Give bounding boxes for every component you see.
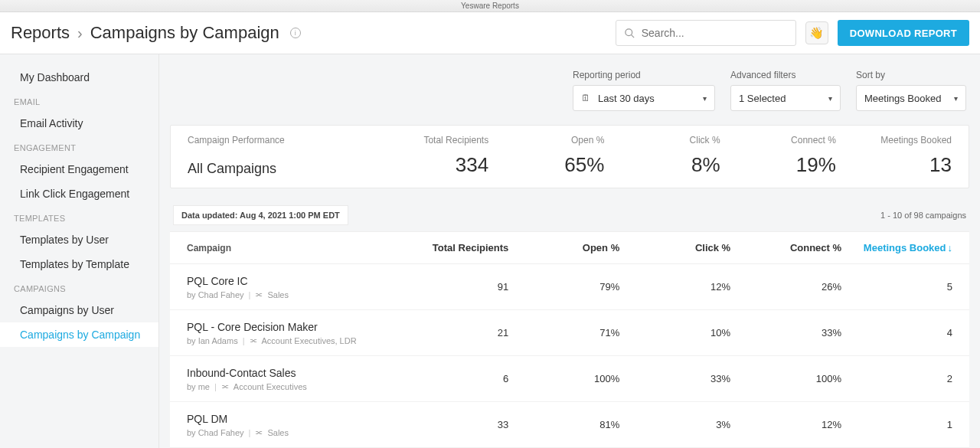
cell-connect: 100% — [730, 373, 841, 384]
col-header-meetings-booked[interactable]: Meetings Booked↓ — [841, 242, 952, 253]
col-header-open[interactable]: Open % — [508, 242, 619, 253]
summary-col-value: 334 — [373, 153, 488, 177]
main-content: Reporting period 🗓 Last 30 days ▾ Advanc… — [159, 54, 980, 448]
cell-click: 3% — [619, 419, 730, 430]
breadcrumb: Reports › Campaigns by Campaign i — [11, 23, 301, 43]
advanced-filters-select[interactable]: 1 Selected ▾ — [730, 85, 841, 111]
sidebar-item-email-activity[interactable]: Email Activity — [0, 111, 158, 136]
filter-bar: Reporting period 🗓 Last 30 days ▾ Advanc… — [170, 70, 969, 125]
campaign-byline: by me — [187, 382, 210, 391]
chevron-right-icon: › — [77, 25, 83, 42]
sidebar-section-engagement: ENGAGEMENT — [0, 136, 158, 157]
campaign-name: PQL DM — [187, 413, 397, 425]
sidebar-item-campaigns-by-campaign[interactable]: Campaigns by Campaign — [0, 322, 158, 347]
info-icon[interactable]: i — [290, 28, 301, 38]
campaign-byline: by Chad Fahey — [187, 290, 244, 299]
reporting-period-value: Last 30 days — [598, 93, 655, 104]
cell-click: 10% — [619, 327, 730, 338]
col-header-total-recipients[interactable]: Total Recipients — [397, 242, 508, 253]
col-header-click[interactable]: Click % — [619, 242, 730, 253]
cell-meetings-booked: 4 — [841, 327, 952, 338]
sidebar-item-templates-by-template[interactable]: Templates by Template — [0, 252, 158, 276]
reporting-period-select[interactable]: 🗓 Last 30 days ▾ — [573, 85, 715, 111]
sidebar-section-campaigns: CAMPAIGNS — [0, 276, 158, 298]
sort-by-value: Meetings Booked — [864, 93, 941, 104]
summary-col-label: Meetings Booked — [836, 135, 952, 146]
cell-meetings-booked: 1 — [841, 419, 952, 430]
summary-col-value: 65% — [488, 153, 604, 177]
cell-connect: 33% — [730, 327, 841, 338]
table-row[interactable]: PQL DM by Chad Fahey | ⫘ Sales 33 81% 3%… — [170, 402, 969, 448]
summary-col-value: 8% — [604, 153, 720, 177]
campaign-byline: by Ian Adams — [187, 336, 238, 345]
campaign-team: Account Executives — [234, 382, 307, 391]
cell-connect: 12% — [730, 419, 841, 430]
sidebar-section-email: EMAIL — [0, 90, 158, 111]
cell-meetings-booked: 5 — [841, 281, 952, 293]
cell-click: 12% — [619, 281, 730, 293]
pagination-range: 1 - 10 of 98 campaigns — [880, 211, 966, 220]
col-header-campaign[interactable]: Campaign — [187, 243, 397, 253]
sidebar-item-templates-by-user[interactable]: Templates by User — [0, 227, 158, 252]
breadcrumb-page: Campaigns by Campaign — [90, 23, 279, 43]
sidebar-section-templates: TEMPLATES — [0, 206, 158, 227]
campaign-team: Sales — [267, 428, 289, 437]
advanced-filters-value: 1 Selected — [739, 93, 786, 104]
share-icon: ⫘ — [221, 382, 229, 391]
summary-col-value: 13 — [836, 153, 952, 177]
wave-button[interactable]: 👋 — [805, 21, 828, 44]
col-header-connect[interactable]: Connect % — [730, 242, 841, 253]
svg-point-0 — [626, 28, 632, 35]
cell-total-recipients: 91 — [397, 281, 508, 293]
cell-total-recipients: 6 — [397, 373, 508, 384]
cell-meetings-booked: 2 — [841, 373, 952, 384]
sidebar-item-my-dashboard[interactable]: My Dashboard — [0, 65, 158, 90]
sidebar-item-recipient-engagement[interactable]: Recipient Engagement — [0, 157, 158, 181]
table-row[interactable]: PQL - Core Decision Maker by Ian Adams |… — [170, 310, 969, 356]
table-row[interactable]: PQL Core IC by Chad Fahey | ⫘ Sales 91 7… — [170, 264, 969, 310]
share-icon: ⫘ — [255, 290, 263, 299]
chevron-down-icon: ▾ — [828, 94, 832, 103]
calendar-icon: 🗓 — [581, 93, 590, 103]
cell-open: 71% — [508, 327, 619, 338]
sidebar-item-campaigns-by-user[interactable]: Campaigns by User — [0, 298, 158, 322]
window-titlebar: Yesware Reports — [0, 0, 980, 12]
cell-open: 81% — [508, 419, 619, 430]
chevron-down-icon: ▾ — [703, 94, 707, 103]
cell-total-recipients: 33 — [397, 419, 508, 430]
campaigns-table: Campaign Total Recipients Open % Click %… — [170, 231, 969, 448]
summary-col-label: Total Recipients — [373, 135, 488, 146]
sort-desc-icon: ↓ — [947, 242, 952, 253]
advanced-filters-label: Advanced filters — [730, 70, 841, 80]
breadcrumb-root[interactable]: Reports — [11, 23, 70, 43]
campaign-name: Inbound-Contact Sales — [187, 367, 397, 379]
share-icon: ⫘ — [250, 336, 257, 345]
sort-by-select[interactable]: Meetings Booked ▾ — [856, 85, 966, 111]
campaign-team: Account Executives, LDR — [262, 336, 357, 345]
table-row[interactable]: Inbound-Contact Sales by me | ⫘ Account … — [170, 356, 969, 402]
summary-title-value: All Campaigns — [188, 161, 373, 177]
reporting-period-label: Reporting period — [573, 70, 715, 80]
cell-click: 33% — [619, 373, 730, 384]
campaign-team: Sales — [267, 290, 289, 299]
cell-connect: 26% — [730, 281, 841, 293]
campaign-byline: by Chad Fahey — [187, 428, 244, 437]
summary-card: Campaign Performance All Campaigns Total… — [170, 125, 969, 188]
sidebar-item-link-click-engagement[interactable]: Link Click Engagement — [0, 181, 158, 206]
summary-col-label: Open % — [488, 135, 604, 146]
download-report-button[interactable]: DOWNLOAD REPORT — [838, 20, 969, 46]
table-header-row: Campaign Total Recipients Open % Click %… — [170, 232, 969, 264]
search-box[interactable] — [616, 20, 796, 46]
data-updated-badge: Data updated: Aug 4, 2021 1:00 PM EDT — [173, 205, 348, 225]
summary-col-value: 19% — [720, 153, 836, 177]
campaign-name: PQL Core IC — [187, 275, 397, 287]
summary-col-label: Connect % — [720, 135, 836, 146]
wave-icon: 👋 — [809, 26, 824, 40]
cell-total-recipients: 21 — [397, 327, 508, 338]
search-input[interactable] — [642, 27, 788, 39]
campaign-name: PQL - Core Decision Maker — [187, 321, 397, 333]
chevron-down-icon: ▾ — [954, 94, 958, 103]
svg-line-1 — [631, 34, 634, 38]
search-icon — [624, 28, 635, 39]
cell-open: 79% — [508, 281, 619, 293]
